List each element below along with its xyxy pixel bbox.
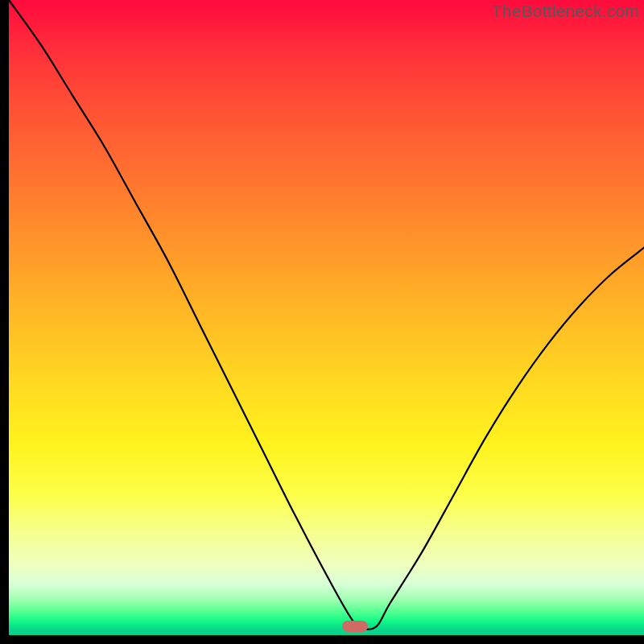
bottleneck-curve [9, 0, 644, 635]
optimal-marker [342, 621, 368, 632]
chart-frame: TheBottleneck.com [9, 0, 644, 635]
plot-area [9, 0, 644, 635]
watermark-text: TheBottleneck.com [492, 2, 639, 21]
